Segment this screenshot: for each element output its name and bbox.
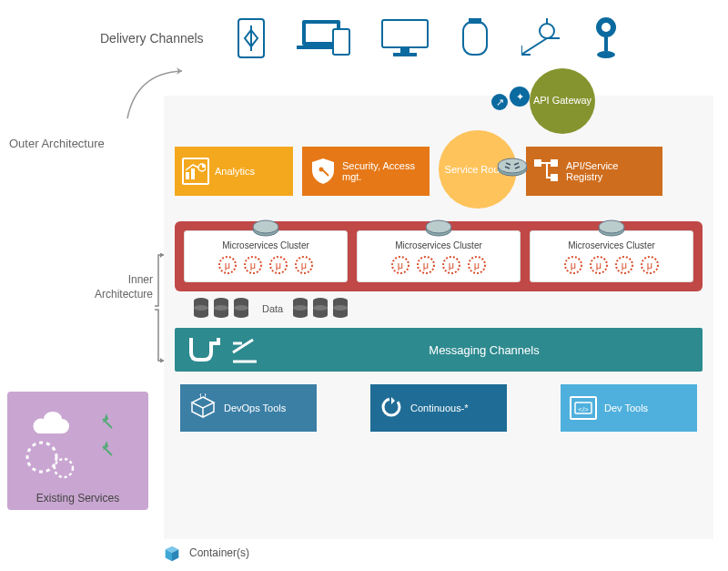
outer-services-row: Analytics Security, Access mgt. Service … bbox=[175, 147, 703, 209]
database-icon bbox=[332, 297, 349, 321]
devops-card: { } DevOps Tools bbox=[180, 384, 317, 432]
devops-label: DevOps Tools bbox=[224, 403, 286, 413]
cluster-router-icon bbox=[252, 219, 279, 240]
microservice-icon: μ bbox=[639, 254, 661, 276]
analytics-card: Analytics bbox=[175, 147, 293, 196]
microservice-icon: μ bbox=[217, 254, 238, 276]
existing-services: Existing Services bbox=[7, 392, 148, 510]
ramp-icon bbox=[231, 334, 258, 365]
svg-text:{ }: { } bbox=[199, 393, 207, 398]
tools-row: { } DevOps Tools Continuous-* </> Dev To… bbox=[175, 384, 703, 432]
microservice-icon: μ bbox=[562, 254, 584, 276]
cluster-title: Microservices Cluster bbox=[363, 240, 514, 250]
svg-text:μ: μ bbox=[276, 260, 281, 270]
svg-point-64 bbox=[234, 312, 248, 318]
svg-point-83 bbox=[55, 459, 73, 477]
microservice-icon: μ bbox=[613, 254, 635, 276]
svg-point-65 bbox=[234, 305, 248, 311]
delivery-channels-row: Delivery Channels bbox=[100, 18, 626, 58]
svg-text:μ: μ bbox=[474, 260, 480, 270]
svg-point-72 bbox=[313, 312, 328, 318]
svg-point-10 bbox=[540, 24, 554, 38]
svg-point-25 bbox=[253, 220, 278, 233]
database-group bbox=[193, 297, 249, 321]
svg-text:μ: μ bbox=[596, 260, 602, 270]
svg-text:μ: μ bbox=[449, 260, 454, 270]
analytics-label: Analytics bbox=[215, 166, 255, 177]
svg-point-73 bbox=[313, 305, 328, 311]
desktop-icon bbox=[380, 18, 430, 58]
database-icon bbox=[292, 297, 308, 321]
inner-architecture-label: Inner Architecture bbox=[95, 273, 153, 301]
svg-rect-15 bbox=[186, 172, 189, 179]
shield-icon bbox=[309, 158, 337, 185]
svg-point-12 bbox=[602, 23, 611, 32]
svg-rect-23 bbox=[551, 174, 558, 181]
microservice-icon: μ bbox=[293, 254, 315, 276]
svg-text:μ: μ bbox=[250, 260, 256, 270]
svg-point-77 bbox=[333, 305, 348, 311]
database-icon bbox=[312, 297, 329, 321]
svg-rect-8 bbox=[463, 22, 487, 55]
registry-label: API/Service Registry bbox=[566, 160, 655, 182]
api-gateway-label: API Gateway bbox=[533, 95, 592, 107]
database-group bbox=[292, 297, 349, 321]
delivery-icons bbox=[231, 18, 626, 58]
svg-rect-6 bbox=[400, 47, 410, 53]
database-icon bbox=[233, 297, 249, 321]
inner-bracket-icon bbox=[153, 253, 166, 362]
svg-text:μ: μ bbox=[225, 260, 230, 270]
microservices-cluster: Microservices Cluster μ μ μ μ bbox=[530, 230, 693, 282]
laptop-icon bbox=[297, 18, 355, 58]
svg-text:</>: </> bbox=[578, 405, 589, 413]
gateway-gears-icon: ↗ ✦ bbox=[491, 87, 530, 110]
cube-icon bbox=[162, 543, 182, 563]
svg-point-82 bbox=[27, 443, 56, 472]
existing-icons bbox=[16, 401, 135, 483]
sensor-icon bbox=[521, 18, 561, 58]
mu-row: μ μ μ μ bbox=[190, 254, 341, 276]
svg-text:μ: μ bbox=[571, 260, 576, 270]
outer-architecture-label: Outer Architecture bbox=[9, 137, 105, 150]
svg-rect-9 bbox=[469, 18, 481, 24]
messaging-channels: Messaging Channels bbox=[175, 328, 703, 372]
containers-label: Container(s) bbox=[189, 546, 249, 559]
continuous-label: Continuous-* bbox=[410, 403, 469, 413]
svg-point-57 bbox=[194, 305, 208, 311]
devtools-label: Dev Tools bbox=[604, 403, 648, 413]
svg-rect-7 bbox=[393, 53, 417, 56]
analytics-icon bbox=[182, 158, 209, 185]
svg-point-20 bbox=[498, 158, 527, 173]
svg-point-45 bbox=[599, 220, 624, 233]
registry-icon bbox=[533, 158, 561, 185]
wearable-icon bbox=[455, 18, 495, 58]
microservice-icon: μ bbox=[389, 254, 411, 276]
devtools-card: </> Dev Tools bbox=[561, 384, 697, 432]
delivery-channels-label: Delivery Channels bbox=[100, 31, 204, 46]
svg-text:μ: μ bbox=[398, 260, 403, 270]
security-card: Security, Access mgt. bbox=[302, 147, 430, 196]
svg-rect-4 bbox=[333, 29, 349, 55]
svg-rect-21 bbox=[534, 159, 541, 167]
devtools-icon: </> bbox=[570, 396, 597, 420]
router-device-icon bbox=[497, 156, 528, 179]
data-layer: Data bbox=[175, 297, 703, 321]
service-router: Service Router bbox=[439, 130, 517, 209]
microservice-icon: μ bbox=[242, 254, 264, 276]
pipe-icon bbox=[186, 334, 222, 365]
camera-icon bbox=[586, 18, 626, 58]
cluster-title: Microservices Cluster bbox=[190, 240, 341, 250]
cluster-router-icon bbox=[425, 219, 452, 240]
microservices-clusters: Microservices Cluster μ μ μ μ Microservi… bbox=[175, 221, 703, 291]
svg-rect-5 bbox=[382, 20, 428, 47]
messaging-icons bbox=[186, 334, 258, 365]
mu-row: μ μ μ μ bbox=[363, 254, 514, 276]
svg-text:μ: μ bbox=[647, 260, 652, 270]
microservice-icon: μ bbox=[268, 254, 289, 276]
database-icon bbox=[193, 297, 209, 321]
svg-text:μ: μ bbox=[301, 260, 307, 270]
microservice-icon: μ bbox=[466, 254, 488, 276]
box-icon: { } bbox=[189, 393, 217, 423]
inner-arch-line2: Architecture bbox=[95, 288, 153, 301]
security-label: Security, Access mgt. bbox=[342, 160, 422, 182]
